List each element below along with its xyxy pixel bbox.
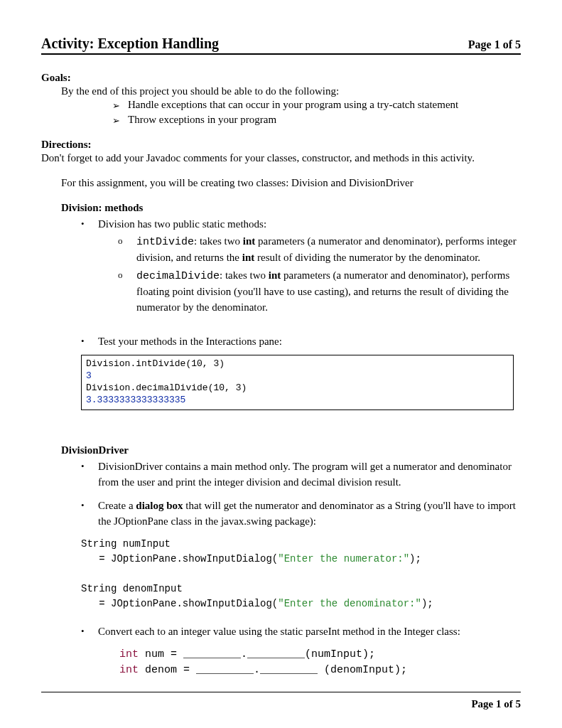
driver-list-2: • Create a dialog box that will get the … <box>81 498 521 530</box>
method-name: decimalDivide <box>136 270 220 282</box>
bullet-icon: • <box>81 459 98 473</box>
directions-assignment: For this assignment, you will be creatin… <box>61 177 521 189</box>
goals-label: Goals: <box>41 72 521 84</box>
driver-bullet: • Convert each to an integer value using… <box>81 624 521 640</box>
method-name: intDivide <box>136 236 194 248</box>
driver-heading: DivisionDriver <box>61 444 521 456</box>
driver-bullet: • DivisionDriver contains a main method … <box>81 459 521 491</box>
circle-icon: o <box>118 268 136 282</box>
test-bullet-list: • Test your methods in the Interactions … <box>81 334 521 350</box>
goals-item: ➢ Handle exceptions that can occur in yo… <box>112 99 521 112</box>
code-output: 3 <box>86 370 509 382</box>
driver-list: • DivisionDriver contains a main method … <box>81 459 521 491</box>
header-title: Activity: Exception Handling <box>41 36 219 52</box>
code-line: Division.decimalDivide(10, 3) <box>86 382 509 395</box>
division-intro: Division has two public static methods: <box>98 218 266 230</box>
method-item: o intDivide: takes two int parameters (a… <box>118 234 521 266</box>
method-desc: decimalDivide: takes two int parameters … <box>136 268 521 315</box>
driver-b3: Convert each to an integer value using t… <box>98 624 521 640</box>
driver-list-3: • Convert each to an integer value using… <box>81 624 521 640</box>
goals-item-text: Throw exceptions in your program <box>128 114 276 126</box>
code-line: Division.intDivide(10, 3) <box>86 358 509 370</box>
driver-b1: DivisionDriver contains a main method on… <box>98 459 521 491</box>
interactions-code-box: Division.intDivide(10, 3) 3 Division.dec… <box>81 355 514 410</box>
page-header: Activity: Exception Handling Page 1 of 5 <box>41 36 521 55</box>
division-methods-list: • Division has two public static methods… <box>81 217 521 318</box>
header-page-number: Page 1 of 5 <box>468 38 521 51</box>
directions-javadoc: Don't forget to add your Javadoc comment… <box>41 152 521 164</box>
division-bullet: • Division has two public static methods… <box>81 217 521 318</box>
test-line: Test your methods in the Interactions pa… <box>98 334 521 350</box>
goals-list: ➢ Handle exceptions that can occur in yo… <box>112 99 521 127</box>
method-item: o decimalDivide: takes two int parameter… <box>118 268 521 315</box>
goals-intro: By the end of this project you should be… <box>61 85 521 97</box>
bullet-icon: • <box>81 498 98 513</box>
dialog-code-block: String numInput = JOptionPane.showInputD… <box>81 537 521 611</box>
method-desc: intDivide: takes two int parameters (a n… <box>136 234 521 266</box>
driver-bullet: • Create a dialog box that will get the … <box>81 498 521 530</box>
bullet-icon: • <box>81 624 98 638</box>
footer-page-number: Page 1 of 5 <box>41 692 521 710</box>
bullet-icon: • <box>81 217 98 231</box>
circle-icon: o <box>118 234 136 248</box>
directions-label: Directions: <box>41 139 521 151</box>
test-bullet: • Test your methods in the Interactions … <box>81 334 521 350</box>
driver-b2: Create a dialog box that will get the nu… <box>98 498 521 530</box>
arrow-icon: ➢ <box>112 99 128 112</box>
goals-item-text: Handle exceptions that can occur in your… <box>128 99 458 111</box>
arrow-icon: ➢ <box>112 114 128 127</box>
code-output: 3.3333333333333335 <box>86 395 509 407</box>
bullet-icon: • <box>81 334 98 348</box>
goals-item: ➢ Throw exceptions in your program <box>112 114 521 127</box>
parseint-code-block: int num = _________._________(numInput);… <box>119 647 521 679</box>
division-heading: Division: methods <box>61 202 521 214</box>
